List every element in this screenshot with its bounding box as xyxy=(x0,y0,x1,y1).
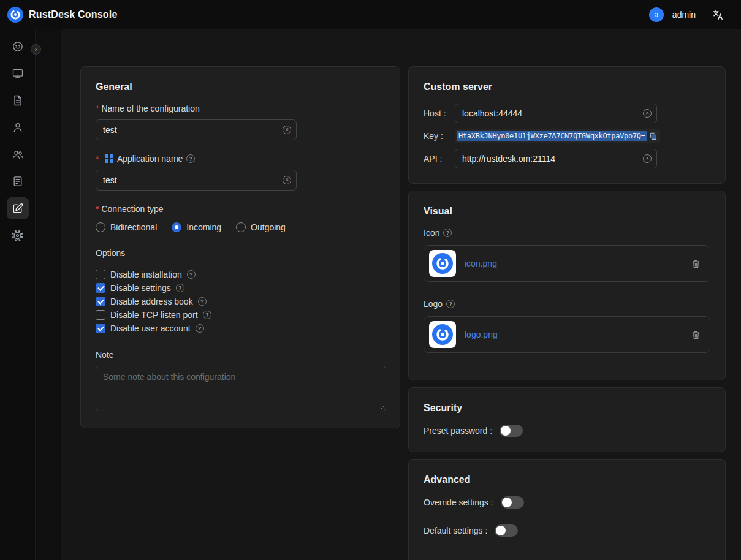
rustdesk-logo-icon xyxy=(432,324,453,345)
override-settings-label: Override settings : xyxy=(424,498,493,507)
users-icon xyxy=(12,148,24,161)
application-name-label: Application name xyxy=(117,154,183,164)
help-icon[interactable]: ? xyxy=(446,300,455,308)
radio-circle xyxy=(96,222,105,232)
logo-file-link[interactable]: logo.png xyxy=(465,330,498,339)
preset-password-toggle[interactable] xyxy=(500,425,523,437)
sidebar-item-custom-client[interactable] xyxy=(7,197,29,219)
radio-outgoing[interactable]: Outgoing xyxy=(236,222,286,232)
sidebar-item-documents[interactable] xyxy=(7,89,29,112)
checkbox-label: Disable settings xyxy=(110,283,171,293)
api-label: API : xyxy=(424,154,455,164)
help-icon[interactable]: ? xyxy=(443,229,452,237)
icon-file-box: icon.png xyxy=(424,245,710,282)
top-bar: RustDesk Console a admin xyxy=(0,0,741,29)
windows-icon xyxy=(105,154,113,163)
preset-password-label: Preset password : xyxy=(424,426,492,436)
clear-icon[interactable]: ✕ xyxy=(643,154,652,163)
radio-incoming[interactable]: Incoming xyxy=(172,222,221,232)
user-icon xyxy=(12,121,24,134)
sidebar xyxy=(0,29,36,560)
checkbox-box xyxy=(96,297,105,306)
help-icon[interactable]: ? xyxy=(198,297,207,306)
help-icon[interactable]: ? xyxy=(186,154,195,163)
key-value[interactable]: HtaXBkJNHyn0e1U1jWXze7A7CN7QTGWqxkOtpaVp… xyxy=(457,131,647,141)
app-title: RustDesk Console xyxy=(29,9,118,20)
api-input[interactable] xyxy=(455,149,657,168)
note-label: Note xyxy=(96,350,385,360)
icon-label: Icon xyxy=(424,228,439,238)
host-label: Host : xyxy=(424,108,455,118)
override-settings-toggle[interactable] xyxy=(501,496,524,509)
radio-label: Bidirectional xyxy=(110,222,157,232)
audit-log-icon xyxy=(12,175,24,187)
gear-icon xyxy=(11,229,24,242)
note-textarea[interactable] xyxy=(96,366,386,411)
security-title: Security xyxy=(424,403,710,414)
help-icon[interactable]: ? xyxy=(176,284,184,292)
delete-logo-button[interactable] xyxy=(691,330,701,340)
checkbox-disable-user-account[interactable]: Disable user account ? xyxy=(96,322,385,335)
checkbox-disable-tcp-listen-port[interactable]: Disable TCP listen port ? xyxy=(96,308,385,322)
sidebar-item-audit[interactable] xyxy=(7,170,29,192)
clear-icon[interactable]: ✕ xyxy=(643,109,652,118)
clear-icon[interactable]: ✕ xyxy=(283,126,291,134)
sidebar-expand-button[interactable]: › xyxy=(31,44,41,55)
sidebar-item-user[interactable] xyxy=(7,116,29,138)
general-title: General xyxy=(96,81,385,93)
connection-type-label: Connection type xyxy=(96,204,164,214)
translate-icon xyxy=(712,9,724,21)
checkbox-label: Disable TCP listen port xyxy=(110,310,198,320)
trash-icon xyxy=(691,330,701,340)
sidebar-item-groups[interactable] xyxy=(7,143,29,165)
application-name-input[interactable] xyxy=(96,170,297,191)
required-asterisk xyxy=(96,154,101,164)
radio-label: Outgoing xyxy=(251,222,286,232)
checkbox-disable-settings[interactable]: Disable settings ? xyxy=(96,281,385,295)
sidebar-item-settings[interactable] xyxy=(7,224,29,246)
copy-icon[interactable] xyxy=(648,132,658,141)
translate-button[interactable] xyxy=(712,9,724,21)
radio-circle xyxy=(172,222,181,232)
checkbox-disable-installation[interactable]: Disable installation ? xyxy=(96,268,385,281)
icon-file-link[interactable]: icon.png xyxy=(465,259,497,268)
config-name-input[interactable] xyxy=(96,119,297,140)
visual-title: Visual xyxy=(424,206,710,217)
advanced-title: Advanced xyxy=(424,474,710,485)
checkbox-label: Disable installation xyxy=(110,270,182,279)
radio-label: Incoming xyxy=(186,222,221,232)
options-label: Options xyxy=(96,248,385,258)
visual-card: Visual Icon ? icon.png xyxy=(408,191,726,380)
help-icon[interactable]: ? xyxy=(203,311,211,319)
help-icon[interactable]: ? xyxy=(187,270,196,279)
default-settings-label: Default settings : xyxy=(424,526,487,535)
checkbox-box xyxy=(96,324,105,333)
checkbox-disable-address-book[interactable]: Disable address book ? xyxy=(96,295,385,308)
custom-server-title: Custom server xyxy=(424,81,710,93)
radio-circle xyxy=(236,222,246,232)
brand: RustDesk Console xyxy=(7,7,118,23)
security-card: Security Preset password : xyxy=(408,387,726,452)
checkbox-box xyxy=(96,283,105,293)
config-name-label: Name of the configuration xyxy=(96,104,200,113)
logo-file-box: logo.png xyxy=(424,316,710,353)
logo-label: Logo xyxy=(424,299,443,309)
advanced-card: Advanced Override settings : Default set… xyxy=(408,459,726,560)
logo-thumbnail xyxy=(429,321,456,348)
edit-square-icon xyxy=(12,202,24,214)
key-label: Key : xyxy=(424,131,455,141)
sidebar-item-devices[interactable] xyxy=(7,62,29,85)
host-input[interactable] xyxy=(455,104,657,123)
delete-icon-button[interactable] xyxy=(691,259,701,269)
radio-bidirectional[interactable]: Bidirectional xyxy=(96,222,157,232)
default-settings-toggle[interactable] xyxy=(495,524,518,537)
sidebar-item-status[interactable] xyxy=(7,36,29,58)
main-area: General Name of the configuration ✕ Appl… xyxy=(36,29,741,560)
general-card: General Name of the configuration ✕ Appl… xyxy=(80,66,400,428)
checkbox-box xyxy=(96,270,105,279)
checkbox-label: Disable user account xyxy=(110,324,191,333)
clear-icon[interactable]: ✕ xyxy=(283,176,291,184)
username[interactable]: admin xyxy=(672,10,696,20)
avatar[interactable]: a xyxy=(649,7,664,22)
help-icon[interactable]: ? xyxy=(196,324,204,333)
